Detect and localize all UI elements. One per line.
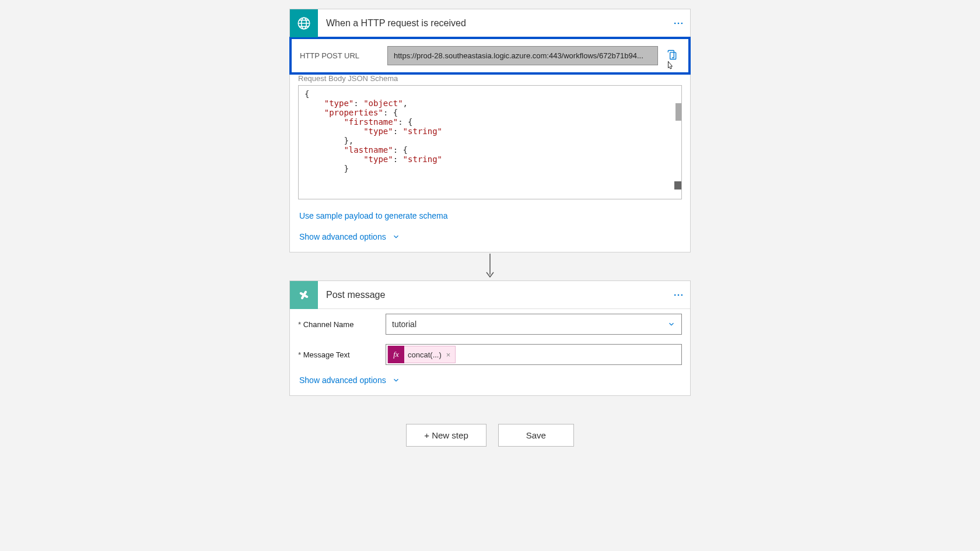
trigger-more-menu[interactable] bbox=[667, 12, 690, 35]
save-button[interactable]: Save bbox=[498, 424, 574, 447]
channel-name-label: * Channel Name bbox=[298, 320, 380, 329]
schema-scrollbar[interactable] bbox=[676, 103, 681, 121]
svg-rect-5 bbox=[670, 52, 676, 59]
chevron-down-icon bbox=[392, 376, 400, 384]
trigger-show-advanced[interactable]: Show advanced options bbox=[290, 226, 690, 252]
schema-textarea[interactable]: { "type": "object", "properties": { "fir… bbox=[298, 85, 682, 199]
schema-label: Request Body JSON Schema bbox=[290, 74, 690, 85]
action-more-menu[interactable] bbox=[667, 283, 690, 307]
trigger-title: When a HTTP request is received bbox=[318, 18, 667, 29]
action-header[interactable]: Post message bbox=[290, 281, 690, 309]
trigger-header[interactable]: When a HTTP request is received bbox=[290, 9, 690, 37]
action-title: Post message bbox=[318, 290, 667, 300]
new-step-button[interactable]: + New step bbox=[406, 424, 486, 447]
http-url-section: HTTP POST URL https://prod-28.southeasta… bbox=[289, 37, 691, 75]
svg-rect-8 bbox=[300, 290, 307, 300]
flow-arrow bbox=[289, 252, 691, 280]
chevron-down-icon bbox=[392, 233, 400, 241]
message-text-row: * Message Text fx concat(...) × bbox=[290, 339, 690, 370]
slack-icon bbox=[290, 281, 318, 309]
fx-icon: fx bbox=[388, 346, 404, 363]
message-text-input[interactable]: fx concat(...) × bbox=[386, 344, 682, 365]
post-message-card: Post message * Channel Name tutorial * M… bbox=[289, 280, 691, 396]
svg-point-9 bbox=[674, 294, 676, 296]
http-globe-icon bbox=[290, 9, 318, 37]
channel-name-dropdown[interactable]: tutorial bbox=[386, 314, 682, 335]
use-sample-payload-link[interactable]: Use sample payload to generate schema bbox=[290, 205, 690, 226]
chevron-down-icon bbox=[667, 320, 676, 328]
channel-name-row: * Channel Name tutorial bbox=[290, 309, 690, 339]
svg-point-3 bbox=[678, 22, 680, 24]
http-url-field[interactable]: https://prod-28.southeastasia.logic.azur… bbox=[387, 46, 658, 65]
svg-point-4 bbox=[681, 22, 683, 24]
http-trigger-card: When a HTTP request is received HTTP POS… bbox=[289, 9, 691, 252]
copy-url-button[interactable] bbox=[664, 46, 680, 65]
resize-handle-icon[interactable] bbox=[674, 181, 682, 189]
cursor-icon bbox=[664, 59, 676, 72]
svg-point-2 bbox=[674, 22, 676, 24]
message-text-label: * Message Text bbox=[298, 350, 380, 359]
http-url-label: HTTP POST URL bbox=[300, 51, 382, 60]
svg-point-11 bbox=[681, 294, 683, 296]
remove-token-button[interactable]: × bbox=[442, 350, 456, 359]
footer-buttons: + New step Save bbox=[406, 424, 573, 447]
svg-point-10 bbox=[678, 294, 680, 296]
action-show-advanced[interactable]: Show advanced options bbox=[290, 370, 690, 395]
expression-token[interactable]: fx concat(...) × bbox=[387, 346, 456, 363]
